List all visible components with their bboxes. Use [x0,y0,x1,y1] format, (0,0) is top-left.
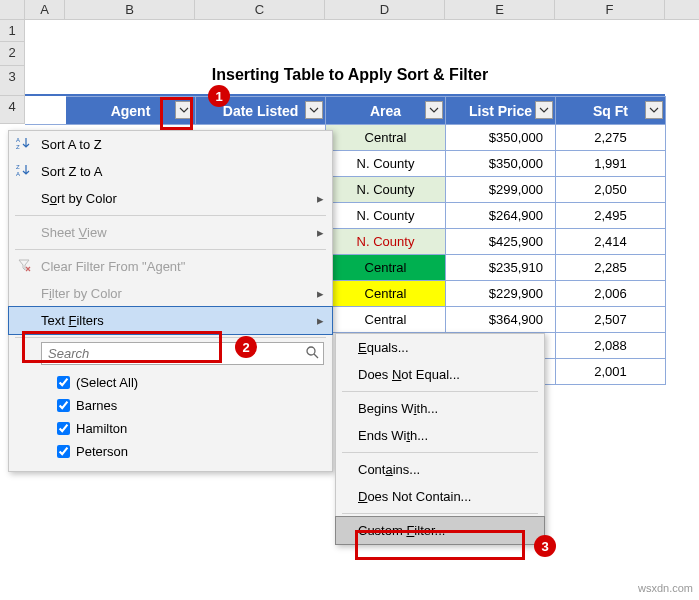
sort-az-label: Sort A to Z [41,137,102,152]
cell-area[interactable]: N. County [326,229,446,255]
cell-sqft[interactable]: 2,285 [556,255,666,281]
select-all-label: (Select All) [76,375,138,390]
cell-sqft[interactable]: 2,001 [556,359,666,385]
cell-area[interactable]: N. County [326,203,446,229]
cell-sqft[interactable]: 2,275 [556,125,666,151]
check-item[interactable]: Hamilton [53,417,324,440]
cell-sqft[interactable]: 1,991 [556,151,666,177]
cell-price[interactable]: $350,000 [446,151,556,177]
chevron-right-icon: ▸ [317,191,324,206]
filter-checklist: (Select All) Barnes Hamilton Peterson [53,371,324,463]
not-contain-label: Does Not Contain... [358,489,471,504]
cell-price[interactable]: $235,910 [446,255,556,281]
col-header-a[interactable]: A [25,0,65,19]
check-label: Barnes [76,398,117,413]
equals[interactable]: Equals... [336,334,544,361]
col-header-b[interactable]: B [65,0,195,19]
cell-area[interactable]: Central [326,307,446,333]
sheet-view-label: Sheet View [41,225,107,240]
contains[interactable]: Contains... [336,456,544,483]
checkbox-select-all[interactable] [57,376,70,389]
begins-with[interactable]: Begins With... [336,395,544,422]
badge-1: 1 [208,85,230,107]
row-header-3[interactable]: 3 [0,66,25,96]
cell-sqft[interactable]: 2,495 [556,203,666,229]
equals-label: Equals... [358,340,409,355]
contains-label: Contains... [358,462,420,477]
column-headers: A B C D E F [0,0,699,20]
row-header-4[interactable]: 4 [0,96,25,124]
checkbox[interactable] [57,399,70,412]
header-agent-label: Agent [111,103,151,119]
sort-color-label: Sort by Color [41,191,117,206]
text-filters-label: Text Filters [41,313,104,328]
svg-text:Z: Z [16,144,20,150]
row-header-2[interactable]: 2 [0,42,25,66]
checkbox[interactable] [57,445,70,458]
begins-label: Begins With... [358,401,438,416]
does-not-equal[interactable]: Does Not Equal... [336,361,544,388]
col-header-e[interactable]: E [445,0,555,19]
menu-separator [342,391,538,392]
cell-price[interactable]: $350,000 [446,125,556,151]
row-header-1[interactable]: 1 [0,20,25,42]
cell-price[interactable]: $264,900 [446,203,556,229]
clear-filter-icon [15,258,33,275]
cell-area[interactable]: N. County [326,177,446,203]
filter-dropdown-sqft[interactable] [645,101,663,119]
cell-price[interactable]: $299,000 [446,177,556,203]
filter-context-menu: AZ Sort A to Z ZA Sort Z to A Sort by Co… [8,130,333,472]
cell-area[interactable]: Central [326,281,446,307]
check-select-all[interactable]: (Select All) [53,371,324,394]
callout-2 [22,331,222,363]
select-all-corner[interactable] [0,0,25,19]
does-not-contain[interactable]: Does Not Contain... [336,483,544,510]
cell-sqft[interactable]: 2,050 [556,177,666,203]
cell-area[interactable]: N. County [326,151,446,177]
header-price: List Price [446,97,556,125]
cell-area[interactable]: Central [326,255,446,281]
filter-dropdown-area[interactable] [425,101,443,119]
col-header-c[interactable]: C [195,0,325,19]
not-equal-label: Does Not Equal... [358,367,460,382]
cell-area[interactable]: Central [326,125,446,151]
chevron-right-icon: ▸ [317,225,324,240]
filter-dropdown-date[interactable] [305,101,323,119]
badge-2: 2 [235,336,257,358]
menu-separator [15,249,326,250]
row-headers: 1 2 3 4 [0,20,25,124]
ends-with[interactable]: Ends With... [336,422,544,449]
svg-point-4 [307,347,315,355]
ends-label: Ends With... [358,428,428,443]
cell-price[interactable]: $425,900 [446,229,556,255]
header-sqft-label: Sq Ft [593,103,628,119]
col-header-f[interactable]: F [555,0,665,19]
menu-separator [342,513,538,514]
clear-filter: Clear Filter From "Agent" [9,253,332,280]
checkbox[interactable] [57,422,70,435]
callout-1 [160,97,193,130]
check-item[interactable]: Barnes [53,394,324,417]
sort-a-to-z[interactable]: AZ Sort A to Z [9,131,332,158]
cell-price[interactable]: $229,900 [446,281,556,307]
header-area-label: Area [370,103,401,119]
cell-sqft[interactable]: 2,088 [556,333,666,359]
menu-separator [342,452,538,453]
svg-text:A: A [16,171,20,177]
filter-color-label: Filter by Color [41,286,122,301]
sort-z-to-a[interactable]: ZA Sort Z to A [9,158,332,185]
sheet-view: Sheet View ▸ [9,219,332,246]
header-date-label: Date Listed [223,103,298,119]
sort-za-label: Sort Z to A [41,164,102,179]
filter-dropdown-price[interactable] [535,101,553,119]
cell-sqft[interactable]: 2,006 [556,281,666,307]
cell-sqft[interactable]: 2,414 [556,229,666,255]
cell-price[interactable]: $364,900 [446,307,556,333]
check-item[interactable]: Peterson [53,440,324,463]
sort-az-icon: AZ [15,136,33,153]
text-filters-submenu: Equals... Does Not Equal... Begins With.… [335,333,545,545]
sort-za-icon: ZA [15,163,33,180]
cell-sqft[interactable]: 2,507 [556,307,666,333]
sort-by-color[interactable]: Sort by Color ▸ [9,185,332,212]
col-header-d[interactable]: D [325,0,445,19]
